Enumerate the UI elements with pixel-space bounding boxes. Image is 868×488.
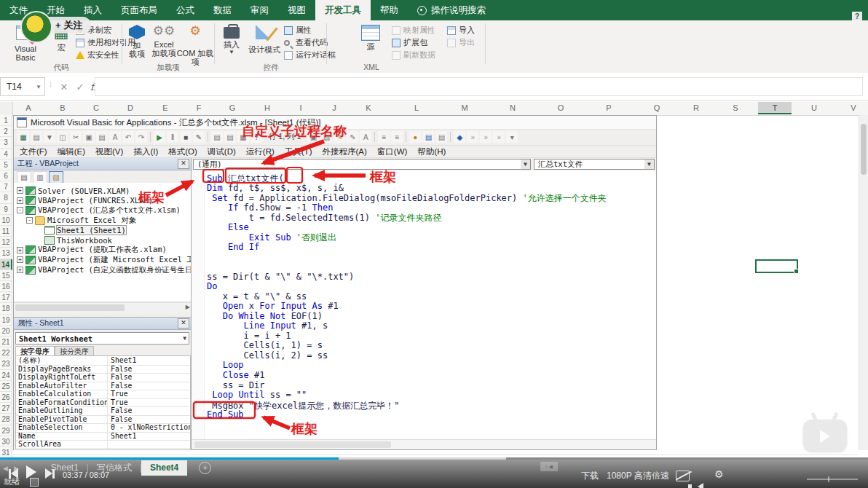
danmaku-off-icon[interactable] (676, 471, 690, 481)
project-tree-item[interactable]: +VBAProject (提取工作表名.xlam) (17, 245, 167, 256)
properties-header[interactable]: 属性 - Sheet1 ✕ (14, 318, 191, 330)
column-header-B[interactable]: B (46, 102, 79, 114)
select-all-corner[interactable] (0, 102, 13, 115)
ribbon-tab-formulas[interactable]: 公式 (167, 0, 204, 20)
procedure-combo[interactable]: 汇总txt文件 ▼ (534, 159, 655, 170)
column-header-L[interactable]: L (400, 102, 433, 114)
view-code-button[interactable]: 查看代码 (284, 37, 328, 48)
download-button[interactable]: 下载 (581, 470, 599, 482)
vba-menu-item-2[interactable]: 视图(V) (95, 146, 123, 157)
vba-toolbar-icon[interactable]: ▤ (320, 131, 332, 143)
vba-menu-item-5[interactable]: 调试(D) (208, 146, 236, 157)
column-header-K[interactable]: K (352, 102, 385, 114)
design-mode-button[interactable]: 设计模式 (246, 23, 283, 63)
code-line[interactable]: Else (207, 222, 249, 232)
vba-menu-item-7[interactable]: 工具(T) (285, 146, 312, 157)
vba-toolbar-icon[interactable]: ? (250, 131, 262, 143)
row-header-8[interactable]: 8 (0, 192, 12, 203)
vba-toolbar-icon[interactable]: ▶ (154, 131, 165, 143)
vba-toolbar-icon[interactable]: ≡ (378, 131, 390, 143)
com-addins-button[interactable]: ⚙ COM 加载项 (175, 23, 216, 63)
column-header-F[interactable]: F (182, 102, 216, 114)
play-icon[interactable] (26, 465, 36, 479)
vba-toolbar-icon[interactable]: ■ (180, 131, 192, 143)
column-header-V[interactable]: V (837, 102, 868, 114)
vba-toolbar-icon[interactable]: ↷ (135, 131, 147, 143)
object-combo[interactable]: (通用) ▼ (193, 159, 531, 170)
vba-toolbar-icon[interactable]: ↶ (122, 131, 134, 143)
vba-toolbar-icon[interactable]: ▣ (83, 131, 95, 143)
vba-toolbar-icon[interactable]: ‖ (167, 131, 178, 143)
row-header-13[interactable]: 13 (0, 248, 12, 259)
vba-menu-item-4[interactable]: 格式(O) (168, 146, 197, 157)
video-progress-track[interactable] (0, 457, 868, 460)
ribbon-tab-developer[interactable]: 开发工具 (315, 0, 371, 20)
code-line[interactable]: i = i + 1 (207, 331, 291, 341)
code-line[interactable]: Loop Until ss = "" (207, 390, 307, 400)
vba-toolbar-icon[interactable]: ▤ (211, 131, 223, 143)
code-line[interactable]: Line Input #1, s (207, 320, 328, 331)
project-tree-item[interactable]: ThisWorkbook (36, 235, 112, 245)
formula-input[interactable] (95, 77, 863, 96)
zoom-slider[interactable] (807, 479, 858, 480)
code-line[interactable]: End Sub (207, 409, 244, 420)
code-line[interactable]: Loop (207, 360, 244, 370)
vba-toolbar-icon[interactable]: ▤ (224, 131, 236, 143)
vba-menu-item-0[interactable]: 文件(F) (20, 146, 47, 157)
vba-toolbar-icon[interactable]: ● (409, 131, 421, 143)
expand-icon[interactable]: + (17, 267, 23, 273)
row-header-31[interactable]: 31 (0, 447, 12, 458)
project-hscrollbar[interactable]: ▶ (14, 302, 191, 312)
prev-video-icon[interactable] (9, 468, 18, 479)
column-header-O[interactable]: O (544, 102, 577, 114)
ribbon-tab-tell-me[interactable]: 操作说明搜索 (408, 0, 495, 20)
vba-toolbar-icon[interactable]: ▤ (422, 131, 434, 143)
collapse-icon[interactable]: - (26, 217, 33, 224)
vba-toolbar-icon[interactable]: ◆ (454, 131, 465, 143)
code-line[interactable]: Do (207, 281, 217, 291)
code-line[interactable]: Dim fd, t$, ss$, x$, s, i& (207, 183, 344, 193)
expand-icon[interactable]: + (17, 197, 23, 204)
code-line[interactable]: ss = Dir (207, 380, 264, 390)
properties-button[interactable]: 属性 (284, 25, 312, 36)
vba-toolbar-icon[interactable]: ▦ (17, 131, 29, 143)
row-header-22[interactable]: 22 (0, 347, 12, 358)
column-header-N[interactable]: N (496, 102, 529, 114)
quality-button[interactable]: 1080P 高清 (607, 470, 652, 482)
vba-menu-item-10[interactable]: 帮助(H) (417, 146, 446, 157)
next-video-icon[interactable] (45, 468, 55, 479)
avatar[interactable] (20, 11, 52, 43)
scroll-right-icon[interactable]: ▶ (186, 304, 190, 310)
code-line[interactable]: Open x For Input As #1 (207, 301, 339, 311)
row-header-27[interactable]: 27 (0, 403, 12, 414)
expand-icon[interactable]: + (17, 187, 23, 194)
column-header-D[interactable]: D (114, 102, 147, 114)
property-row[interactable]: ScrollArea (16, 440, 190, 449)
code-line[interactable]: Close #1 (207, 370, 265, 380)
project-tree-item[interactable]: +VBAProject (自定义函数提取身份证号生日.xl (17, 265, 191, 275)
column-headers[interactable]: ABCDEFGHIJKLMNOPQRSTUV (0, 102, 868, 116)
column-header-S[interactable]: S (719, 102, 752, 114)
row-header-26[interactable]: 26 (0, 392, 12, 403)
code-line[interactable]: Cells(i, 1) = s (207, 340, 323, 350)
row-header-7[interactable]: 7 (0, 181, 12, 192)
collapse-icon[interactable]: - (17, 207, 23, 213)
expand-icon[interactable]: + (17, 256, 23, 263)
view-object-toolbar-icon[interactable]: ▥ (33, 171, 47, 184)
code-editor[interactable]: Sub 汇总txt文件()Dim fd, t$, ss$, x$, s, i& … (192, 170, 656, 439)
row-header-14[interactable]: 14 (0, 259, 12, 270)
row-header-29[interactable]: 29 (0, 425, 12, 436)
vba-toolbar-icon[interactable]: ✎ (334, 131, 345, 143)
cancel-icon[interactable]: ✕ (55, 77, 73, 96)
vba-toolbar-icon[interactable]: ✎ (193, 131, 205, 143)
row-header-6[interactable]: 6 (0, 170, 12, 181)
row-header-5[interactable]: 5 (0, 160, 12, 170)
ribbon-tab-view[interactable]: 视图 (278, 0, 315, 20)
column-header-H[interactable]: H (250, 102, 284, 114)
volume-icon[interactable] (698, 483, 703, 488)
code-line[interactable]: x = t & "\" & ss (207, 291, 307, 302)
row-header-9[interactable]: 9 (0, 204, 12, 215)
row-header-12[interactable]: 12 (0, 237, 12, 248)
row-header-20[interactable]: 20 (0, 326, 12, 337)
close-icon[interactable]: ✕ (178, 318, 189, 328)
